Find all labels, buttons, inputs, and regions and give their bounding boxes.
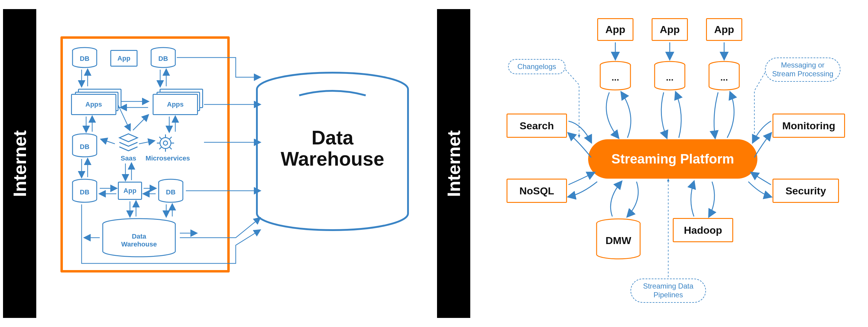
messaging-line2: Stream Processing: [772, 70, 834, 78]
dw-line2: Warehouse: [272, 148, 393, 169]
microservices-gear-icon: [156, 133, 175, 153]
db5-cylinder-icon: DB: [157, 179, 184, 203]
saas-label: Saas: [116, 155, 141, 162]
pipelines-line1: Streaming Data: [643, 282, 693, 291]
app-box-1-label: App: [606, 24, 625, 35]
changelogs-label: Changelogs: [518, 62, 556, 71]
internet-label-right: Internet: [443, 130, 464, 197]
apps1-stack: Apps: [71, 94, 116, 115]
hadoop-label: Hadoop: [684, 224, 722, 236]
stage-left: Data Warehouse DB App DB Apps Apps DB: [42, 0, 434, 327]
db1-cylinder-icon: DB: [71, 47, 98, 68]
db4-label: DB: [80, 188, 89, 196]
app-box-3-label: App: [714, 24, 734, 35]
streaming-platform-label: Streaming Platform: [612, 152, 734, 166]
security-label: Security: [785, 185, 826, 197]
dw-line1: Data: [272, 127, 393, 148]
db3-label: DB: [80, 143, 89, 151]
app1-label: App: [118, 55, 130, 62]
search-box: Search: [506, 113, 567, 138]
internet-bar-right: Internet: [437, 9, 470, 318]
nosql-label: NoSQL: [519, 185, 554, 197]
stage-right: App App App ... ... ... Search NoS: [476, 0, 868, 327]
cyl-2-label: ...: [666, 72, 673, 82]
app-box-2-label: App: [660, 24, 680, 35]
cyl-3-label: ...: [720, 72, 728, 82]
messaging-line1: Messaging or: [772, 61, 834, 70]
db5-label: DB: [166, 188, 176, 196]
search-label: Search: [520, 120, 554, 132]
panel-streaming: Internet App App App ... ... ...: [434, 0, 868, 327]
security-box: Security: [773, 179, 839, 203]
internet-label-left: Internet: [9, 130, 30, 197]
db3-cylinder-icon: DB: [71, 133, 98, 158]
svg-line-12: [169, 137, 172, 139]
app-box-1: App: [597, 18, 633, 41]
app-box-3: App: [706, 18, 742, 41]
svg-line-13: [159, 147, 161, 149]
data-warehouse-label: Data Warehouse: [272, 127, 393, 170]
apps2-stack: Apps: [153, 94, 198, 115]
dmw-label: DMW: [606, 235, 632, 246]
panel-traditional: Internet Data Warehouse DB App DB: [0, 0, 434, 327]
svg-line-10: [159, 137, 161, 139]
cyl-1-icon: ...: [599, 60, 632, 91]
app2-label: App: [124, 187, 136, 195]
app2-box: App: [118, 182, 142, 200]
messaging-annotation: Messaging or Stream Processing: [765, 57, 840, 82]
saas-layers-icon: [118, 133, 139, 153]
dw-small-cylinder-icon: Data Warehouse: [100, 218, 178, 257]
cyl-3-icon: ...: [708, 60, 741, 91]
internet-bar-left: Internet: [3, 9, 36, 318]
nosql-box: NoSQL: [506, 179, 567, 203]
hadoop-box: Hadoop: [673, 218, 733, 242]
monitoring-label: Monitoring: [782, 120, 835, 132]
changelogs-annotation: Changelogs: [508, 59, 565, 74]
cyl-1-label: ...: [612, 72, 619, 82]
apps2-label: Apps: [167, 101, 184, 108]
app1-box: App: [110, 50, 137, 66]
apps1-label: Apps: [86, 101, 102, 108]
microservices-label: Microservices: [144, 155, 192, 162]
pipelines-line2: Pipelines: [643, 291, 693, 299]
dw-small-line2: Warehouse: [121, 240, 157, 248]
app-box-2: App: [652, 18, 688, 41]
db1-label: DB: [80, 55, 89, 62]
monitoring-box: Monitoring: [773, 113, 845, 138]
svg-line-11: [169, 147, 172, 149]
db2-cylinder-icon: DB: [150, 47, 177, 68]
db2-label: DB: [158, 55, 168, 62]
cyl-2-icon: ...: [653, 60, 686, 91]
dw-small-line1: Data: [132, 233, 146, 240]
db4-cylinder-icon: DB: [71, 179, 98, 203]
pipelines-annotation: Streaming Data Pipelines: [630, 278, 706, 303]
streaming-platform-pill: Streaming Platform: [588, 139, 757, 179]
svg-point-5: [163, 141, 168, 145]
dmw-cylinder-icon: DMW: [594, 218, 643, 261]
